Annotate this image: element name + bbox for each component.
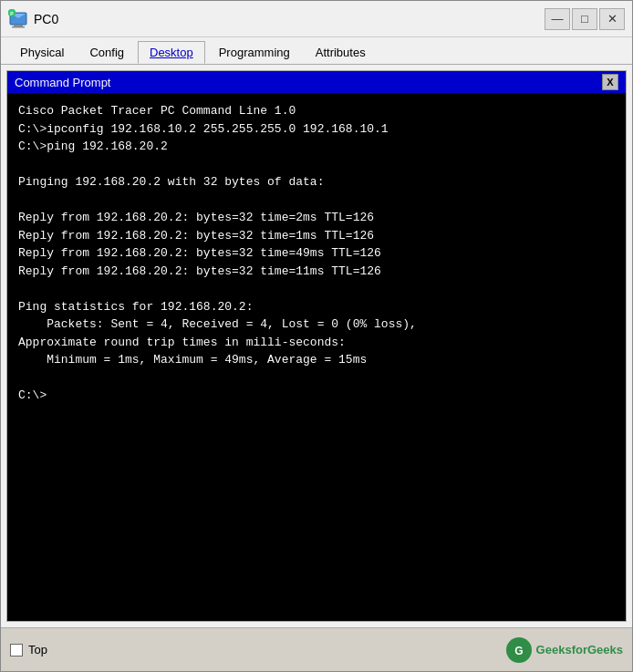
gfg-text: GeeksforGeeks [536,643,623,656]
footer: Top G GeeksforGeeks [1,627,632,671]
minimize-button[interactable]: — [545,8,570,30]
cmd-titlebar: Command Prompt X [7,71,626,93]
command-prompt-window: Command Prompt X Cisco Packet Tracer PC … [6,70,627,622]
window-title: PC0 [34,12,545,26]
tab-config[interactable]: Config [78,41,136,64]
cmd-output[interactable]: Cisco Packet Tracer PC Command Line 1.0 … [7,93,626,621]
app-icon: P [8,9,28,29]
cmd-close-button[interactable]: X [602,74,618,90]
window-controls: — □ ✕ [545,8,625,30]
maximize-button[interactable]: □ [572,8,597,30]
main-window: P PC0 — □ ✕ Physical Config Desktop Prog… [0,0,633,672]
gfg-icon: G [505,636,533,664]
title-bar: P PC0 — □ ✕ [1,1,632,37]
svg-rect-2 [12,26,25,28]
svg-text:G: G [514,645,523,657]
top-checkbox[interactable] [10,644,23,656]
close-button[interactable]: ✕ [599,8,625,30]
tab-bar: Physical Config Desktop Programming Attr… [1,37,632,65]
gfg-logo: G GeeksforGeeks [505,636,623,664]
content-area: Command Prompt X Cisco Packet Tracer PC … [1,65,632,627]
tab-attributes[interactable]: Attributes [304,41,378,64]
tab-physical[interactable]: Physical [8,41,76,64]
svg-rect-1 [14,25,23,26]
tab-programming[interactable]: Programming [207,41,302,64]
cmd-title: Command Prompt [15,76,110,89]
top-label: Top [28,643,47,656]
tab-desktop[interactable]: Desktop [138,41,205,64]
